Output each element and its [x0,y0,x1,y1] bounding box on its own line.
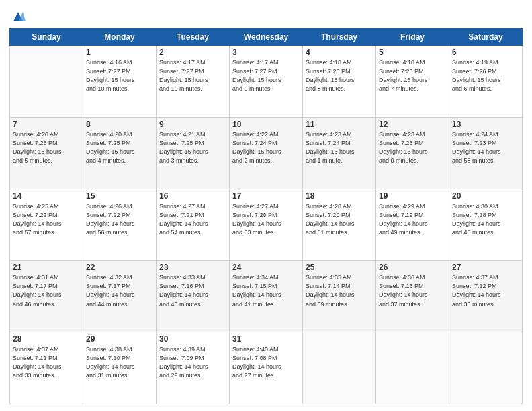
weekday-header-row: SundayMondayTuesdayWednesdayThursdayFrid… [10,29,523,46]
cell-info: Sunrise: 4:21 AMSunset: 7:25 PMDaylight:… [159,130,226,165]
calendar-cell: 15Sunrise: 4:26 AMSunset: 7:22 PMDayligh… [83,189,157,261]
day-number: 20 [452,191,519,201]
day-number: 11 [306,120,373,129]
day-number: 17 [232,191,300,201]
calendar-cell: 8Sunrise: 4:20 AMSunset: 7:25 PMDaylight… [83,117,157,189]
weekday-friday: Friday [376,29,449,46]
cell-info: Sunrise: 4:17 AMSunset: 7:27 PMDaylight:… [159,58,226,93]
weekday-saturday: Saturday [449,29,523,46]
day-number: 16 [159,191,226,201]
cell-info: Sunrise: 4:37 AMSunset: 7:12 PMDaylight:… [452,273,519,308]
calendar-cell: 19Sunrise: 4:29 AMSunset: 7:19 PMDayligh… [376,189,449,261]
day-number: 2 [159,48,226,57]
cell-info: Sunrise: 4:37 AMSunset: 7:11 PMDaylight:… [13,345,80,380]
day-number: 3 [232,48,300,57]
calendar-cell: 28Sunrise: 4:37 AMSunset: 7:11 PMDayligh… [10,332,83,404]
day-number: 30 [159,334,226,344]
day-number: 26 [379,263,446,272]
calendar-cell [449,332,523,404]
day-number: 13 [452,120,519,129]
calendar-cell: 4Sunrise: 4:18 AMSunset: 7:26 PMDaylight… [303,46,376,118]
calendar-cell: 18Sunrise: 4:28 AMSunset: 7:20 PMDayligh… [303,189,376,261]
day-number: 10 [232,120,300,129]
calendar-cell: 24Sunrise: 4:34 AMSunset: 7:15 PMDayligh… [230,261,303,332]
cell-info: Sunrise: 4:26 AMSunset: 7:22 PMDaylight:… [86,202,153,237]
logo-icon [11,9,26,24]
day-number: 7 [13,120,80,129]
calendar-cell: 20Sunrise: 4:30 AMSunset: 7:18 PMDayligh… [449,189,523,261]
weekday-tuesday: Tuesday [157,29,230,46]
cell-info: Sunrise: 4:28 AMSunset: 7:20 PMDaylight:… [306,202,373,237]
calendar-cell: 26Sunrise: 4:36 AMSunset: 7:13 PMDayligh… [376,261,449,332]
calendar-cell: 10Sunrise: 4:22 AMSunset: 7:24 PMDayligh… [230,117,303,189]
cell-info: Sunrise: 4:23 AMSunset: 7:24 PMDaylight:… [306,130,373,165]
cell-info: Sunrise: 4:39 AMSunset: 7:09 PMDaylight:… [159,345,226,380]
calendar-cell: 9Sunrise: 4:21 AMSunset: 7:25 PMDaylight… [157,117,230,189]
weekday-monday: Monday [83,29,157,46]
calendar-cell: 11Sunrise: 4:23 AMSunset: 7:24 PMDayligh… [303,117,376,189]
day-number: 28 [13,334,80,344]
cell-info: Sunrise: 4:36 AMSunset: 7:13 PMDaylight:… [379,273,446,308]
calendar-cell: 7Sunrise: 4:20 AMSunset: 7:26 PMDaylight… [10,117,83,189]
day-number: 9 [159,120,226,129]
day-number: 27 [452,263,519,272]
calendar-cell: 12Sunrise: 4:23 AMSunset: 7:23 PMDayligh… [376,117,449,189]
day-number: 5 [379,48,446,57]
cell-info: Sunrise: 4:24 AMSunset: 7:23 PMDaylight:… [452,130,519,165]
day-number: 23 [159,263,226,272]
day-number: 4 [306,48,373,57]
calendar-cell: 29Sunrise: 4:38 AMSunset: 7:10 PMDayligh… [83,332,157,404]
cell-info: Sunrise: 4:32 AMSunset: 7:17 PMDaylight:… [86,273,153,308]
cell-info: Sunrise: 4:40 AMSunset: 7:08 PMDaylight:… [232,345,300,380]
cell-info: Sunrise: 4:34 AMSunset: 7:15 PMDaylight:… [232,273,300,308]
day-number: 25 [306,263,373,272]
calendar-table: SundayMondayTuesdayWednesdayThursdayFrid… [9,28,523,404]
calendar-cell: 3Sunrise: 4:17 AMSunset: 7:27 PMDaylight… [230,46,303,118]
cell-info: Sunrise: 4:20 AMSunset: 7:25 PMDaylight:… [86,130,153,165]
cell-info: Sunrise: 4:31 AMSunset: 7:17 PMDaylight:… [13,273,80,308]
calendar-cell: 31Sunrise: 4:40 AMSunset: 7:08 PMDayligh… [230,332,303,404]
week-row-2: 7Sunrise: 4:20 AMSunset: 7:26 PMDaylight… [10,117,523,189]
day-number: 22 [86,263,153,272]
calendar-cell: 25Sunrise: 4:35 AMSunset: 7:14 PMDayligh… [303,261,376,332]
page: SundayMondayTuesdayWednesdayThursdayFrid… [0,0,532,411]
cell-info: Sunrise: 4:33 AMSunset: 7:16 PMDaylight:… [159,273,226,308]
day-number: 18 [306,191,373,201]
calendar-cell: 1Sunrise: 4:16 AMSunset: 7:27 PMDaylight… [83,46,157,118]
weekday-thursday: Thursday [303,29,376,46]
calendar-cell: 17Sunrise: 4:27 AMSunset: 7:20 PMDayligh… [230,189,303,261]
day-number: 6 [452,48,519,57]
day-number: 24 [232,263,300,272]
calendar-cell: 22Sunrise: 4:32 AMSunset: 7:17 PMDayligh… [83,261,157,332]
day-number: 15 [86,191,153,201]
weekday-wednesday: Wednesday [230,29,303,46]
cell-info: Sunrise: 4:27 AMSunset: 7:21 PMDaylight:… [159,202,226,237]
cell-info: Sunrise: 4:30 AMSunset: 7:18 PMDaylight:… [452,202,519,237]
day-number: 14 [13,191,80,201]
calendar-cell: 27Sunrise: 4:37 AMSunset: 7:12 PMDayligh… [449,261,523,332]
cell-info: Sunrise: 4:22 AMSunset: 7:24 PMDaylight:… [232,130,300,165]
calendar-cell [303,332,376,404]
day-number: 21 [13,263,80,272]
calendar-cell [10,46,83,118]
day-number: 19 [379,191,446,201]
cell-info: Sunrise: 4:38 AMSunset: 7:10 PMDaylight:… [86,345,153,380]
day-number: 12 [379,120,446,129]
calendar-cell: 5Sunrise: 4:18 AMSunset: 7:26 PMDaylight… [376,46,449,118]
logo [9,9,26,24]
calendar-cell: 14Sunrise: 4:25 AMSunset: 7:22 PMDayligh… [10,189,83,261]
calendar-cell: 13Sunrise: 4:24 AMSunset: 7:23 PMDayligh… [449,117,523,189]
cell-info: Sunrise: 4:25 AMSunset: 7:22 PMDaylight:… [13,202,80,237]
weekday-sunday: Sunday [10,29,83,46]
cell-info: Sunrise: 4:23 AMSunset: 7:23 PMDaylight:… [379,130,446,165]
calendar-cell: 2Sunrise: 4:17 AMSunset: 7:27 PMDaylight… [157,46,230,118]
header [9,7,523,24]
day-number: 8 [86,120,153,129]
week-row-3: 14Sunrise: 4:25 AMSunset: 7:22 PMDayligh… [10,189,523,261]
cell-info: Sunrise: 4:29 AMSunset: 7:19 PMDaylight:… [379,202,446,237]
calendar-cell: 30Sunrise: 4:39 AMSunset: 7:09 PMDayligh… [157,332,230,404]
calendar-cell: 16Sunrise: 4:27 AMSunset: 7:21 PMDayligh… [157,189,230,261]
week-row-1: 1Sunrise: 4:16 AMSunset: 7:27 PMDaylight… [10,46,523,118]
day-number: 29 [86,334,153,344]
week-row-5: 28Sunrise: 4:37 AMSunset: 7:11 PMDayligh… [10,332,523,404]
